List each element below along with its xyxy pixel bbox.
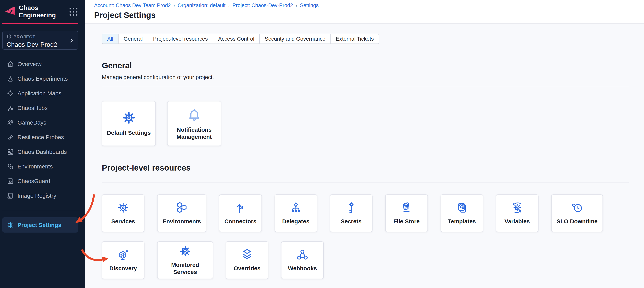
sidebar-item-label: Project Settings [18,222,61,228]
gear-check-icon [179,245,192,258]
hexagons-icon [176,201,188,215]
sidebar-item-chaos-dashboards[interactable]: Chaos Dashboards [0,145,85,159]
resource-cards: Services Environments [102,194,629,279]
card-label: Overrides [234,265,260,272]
sidebar-item-resilience-probes[interactable]: Resilience Probes [0,130,85,145]
template-flowchart-icon [456,201,468,215]
page-header: Account: Chaos Dev Team Prod2 › Organiza… [85,0,644,24]
home-icon [6,60,14,68]
section-title: General [102,61,629,70]
card-webhooks[interactable]: Webhooks [281,241,324,279]
card-monitored-services[interactable]: Monitored Services [157,241,213,279]
chaos-engineering-logo [4,6,16,18]
main-area: Account: Chaos Dev Team Prod2 › Organiza… [85,0,644,288]
breadcrumb-project-link[interactable]: Project: Chaos-Dev-Prod2 [232,3,293,9]
dashboard-grid-icon [6,148,14,156]
breadcrumb-settings-link[interactable]: Settings [300,3,319,9]
card-label: Connectors [224,218,256,225]
card-slo-downtime[interactable]: SLO Downtime [551,194,603,232]
gear-icon [117,201,130,215]
lock-square-icon [6,177,14,185]
card-label: Delegates [282,218,310,225]
tab-external-tickets[interactable]: External Tickets [330,34,379,44]
section-project-level-resources: Project-level resources Services [102,163,629,279]
page-gear-icon [6,192,14,200]
flask-icon [6,75,14,83]
webhook-icon [296,248,309,262]
crosshair-icon [6,89,14,97]
sidebar-item-chaosguard[interactable]: ChaosGuard [0,174,85,189]
sidebar-item-label: Chaos Experiments [18,75,68,82]
sidebar-item-label: Overview [18,61,42,67]
app-root: Chaos Engineering PROJECT Chaos-Dev-Prod… [0,0,644,288]
key-icon [345,201,358,215]
card-environments[interactable]: Environments [157,194,206,232]
breadcrumb-account-link[interactable]: Account: Chaos Dev Team Prod2 [94,3,171,9]
card-label: Monitored Services [162,261,208,275]
tab-all[interactable]: All [102,34,118,44]
chevron-right-icon: › [296,3,297,8]
card-label: Default Settings [107,129,151,136]
card-default-settings[interactable]: Default Settings [102,101,156,146]
card-label: SLO Downtime [556,218,598,225]
cube-icon [6,34,12,40]
breadcrumb: Account: Chaos Dev Team Prod2 › Organiza… [94,3,644,9]
sidebar-item-environments[interactable]: Environments [0,159,85,174]
card-label: File Store [393,218,420,225]
sidebar: Chaos Engineering PROJECT Chaos-Dev-Prod… [0,0,85,288]
card-label: Environments [162,218,201,225]
brand-header: Chaos Engineering [0,0,85,19]
sidebar-item-label: Resilience Probes [18,134,64,140]
card-file-store[interactable]: File Store [385,194,428,232]
tab-general[interactable]: General [118,34,148,44]
sidebar-item-project-settings[interactable]: Project Settings [2,217,78,233]
card-connectors[interactable]: Connectors [219,194,262,232]
project-selector-label: PROJECT [14,35,35,40]
sidebar-item-label: ChaosHubs [18,105,48,111]
branch-arrows-icon [234,201,247,215]
card-overrides[interactable]: Overrides [226,241,268,279]
gear-refresh-icon [511,201,524,215]
brand-accent-divider [2,23,78,24]
layers-icon [241,248,254,262]
sidebar-item-label: GameDays [18,119,46,126]
sidebar-item-application-maps[interactable]: Application Maps [0,86,85,101]
project-selector[interactable]: PROJECT Chaos-Dev-Prod2 [2,31,78,50]
section-divider [102,182,629,183]
sidebar-item-gamedays[interactable]: GameDays [0,115,85,130]
sidebar-item-chaoshubs[interactable]: ChaosHubs [0,101,85,115]
card-label: Variables [504,218,530,225]
card-secrets[interactable]: Secrets [330,194,372,232]
settings-content: All General Project-level resources Acce… [85,24,644,288]
chevron-right-icon: › [228,3,230,8]
project-name: Chaos-Dev-Prod2 [6,41,74,48]
tab-security-and-governance[interactable]: Security and Governance [259,34,330,44]
card-delegates[interactable]: Delegates [274,194,317,232]
section-title: Project-level resources [102,163,629,173]
sidebar-item-image-registry[interactable]: Image Registry [0,189,85,203]
sidebar-item-chaos-experiments[interactable]: Chaos Experiments [0,71,85,86]
sidebar-divider [2,211,80,211]
card-templates[interactable]: Templates [440,194,483,232]
general-cards: Default Settings Notifications Managemen… [102,101,629,146]
card-label: Services [111,218,135,225]
section-description: Manage general configuration of your pro… [102,74,629,80]
card-label: Discovery [109,265,137,272]
clock-badge-icon [570,201,583,215]
apps-grid-icon[interactable] [70,8,78,16]
card-discovery[interactable]: Discovery [102,241,144,279]
hexagons-icon [6,163,14,171]
card-label: Notifications Management [172,126,217,140]
chevron-right-icon [68,38,75,45]
breadcrumb-organization-link[interactable]: Organization: default [178,3,226,9]
people-icon [6,119,14,127]
sidebar-item-label: Chaos Dashboards [18,149,67,155]
tab-project-level-resources[interactable]: Project-level resources [148,34,213,44]
tab-access-control[interactable]: Access Control [213,34,259,44]
sidebar-item-label: Environments [18,163,53,170]
card-notifications-management[interactable]: Notifications Management [167,101,221,146]
sidebar-item-overview[interactable]: Overview [0,57,85,71]
bell-icon [186,107,202,123]
card-variables[interactable]: Variables [496,194,538,232]
card-services[interactable]: Services [102,194,144,232]
